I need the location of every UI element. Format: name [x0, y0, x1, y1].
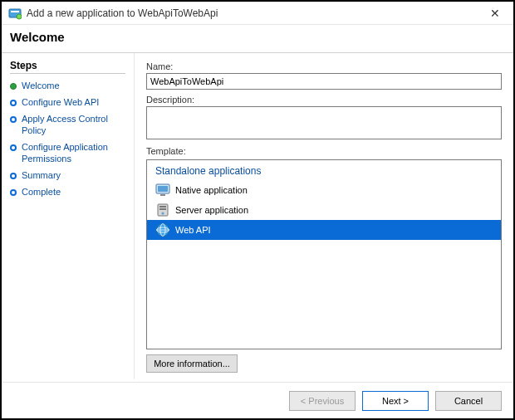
main-panel: Name: Description: Template: Standalone … — [135, 53, 513, 379]
step-label: Summary — [22, 169, 61, 181]
step-label: Configure Application Permissions — [22, 141, 125, 164]
svg-rect-1 — [11, 11, 19, 12]
description-label: Description: — [146, 95, 502, 105]
next-button[interactable]: Next > — [362, 391, 429, 411]
step-label: Complete — [22, 186, 61, 198]
server-icon — [155, 203, 170, 217]
titlebar: Add a new application to WebApiToWebApi … — [2, 2, 513, 25]
step-configure-permissions[interactable]: Configure Application Permissions — [10, 139, 125, 167]
bullet-icon — [10, 189, 17, 196]
step-summary[interactable]: Summary — [10, 167, 125, 183]
bullet-icon — [10, 116, 17, 123]
name-label: Name: — [146, 61, 502, 71]
svg-rect-4 — [158, 186, 168, 192]
step-apply-access-control[interactable]: Apply Access Control Policy — [10, 110, 125, 139]
monitor-icon — [155, 183, 170, 198]
step-complete[interactable]: Complete — [10, 183, 125, 200]
page-header: Welcome — [2, 25, 513, 52]
page-title: Welcome — [10, 30, 505, 44]
step-label: Apply Access Control Policy — [22, 113, 125, 136]
wizard-footer: < Previous Next > Cancel — [2, 382, 513, 418]
cancel-button[interactable]: Cancel — [435, 391, 502, 411]
template-label: Native application — [175, 185, 248, 195]
template-label: Web API — [175, 225, 211, 235]
svg-rect-7 — [159, 206, 166, 208]
bullet-icon — [10, 83, 17, 90]
template-group-header: Standalone applications — [147, 160, 501, 180]
bullet-icon — [10, 173, 17, 179]
previous-button[interactable]: < Previous — [289, 391, 356, 411]
app-icon — [8, 7, 22, 20]
window-title: Add a new application to WebApiToWebApi — [27, 7, 483, 19]
step-configure-web-api[interactable]: Configure Web API — [10, 94, 125, 110]
step-welcome[interactable]: Welcome — [10, 77, 125, 94]
template-label: Server application — [175, 205, 248, 215]
close-button[interactable]: ✕ — [483, 7, 507, 20]
template-web-api[interactable]: Web API — [147, 220, 501, 240]
template-server-application[interactable]: Server application — [147, 200, 501, 220]
steps-sidebar: Steps Welcome Configure Web API Apply Ac… — [2, 53, 135, 379]
template-label: Template: — [146, 146, 502, 156]
svg-rect-5 — [160, 194, 165, 196]
steps-heading: Steps — [10, 60, 125, 74]
more-information-button[interactable]: More information... — [146, 354, 238, 373]
name-input[interactable] — [146, 73, 502, 90]
step-label: Configure Web API — [22, 96, 99, 108]
bullet-icon — [10, 144, 17, 151]
bullet-icon — [10, 100, 17, 106]
svg-point-9 — [162, 212, 164, 215]
template-listbox[interactable]: Standalone applications Native applicati… — [146, 159, 502, 349]
svg-point-2 — [17, 14, 22, 19]
svg-rect-8 — [159, 208, 166, 210]
step-label: Welcome — [22, 80, 60, 91]
description-input[interactable] — [146, 106, 502, 139]
template-native-application[interactable]: Native application — [147, 180, 501, 200]
globe-icon — [155, 222, 170, 237]
